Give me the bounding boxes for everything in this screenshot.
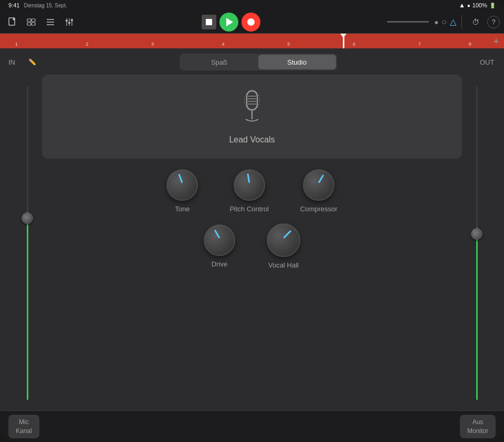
tone-label: Tone <box>175 205 190 213</box>
svg-rect-13 <box>71 19 73 21</box>
battery-icon: 🔋 <box>489 3 496 8</box>
clock-button[interactable]: ⏱ <box>467 14 484 30</box>
tone-knob-container: Tone <box>166 169 198 213</box>
compressor-knob-container: Compressor <box>300 169 338 213</box>
pitch-control-label: Pitch Control <box>229 205 268 213</box>
svg-rect-3 <box>27 23 31 25</box>
timeline-marker-3: 3 <box>151 42 154 47</box>
mic-channel-button[interactable]: MicKanal <box>8 415 39 439</box>
new-song-button[interactable] <box>4 14 21 30</box>
status-bar: 9:41 Dienstag 15. Sept. ▲ ● 100% 🔋 <box>0 0 504 11</box>
vocal-hall-indicator <box>283 230 291 239</box>
timeline-marker-7: 7 <box>418 42 421 47</box>
toolbar-left-group <box>4 14 78 30</box>
timeline-marker-2: 2 <box>86 42 88 47</box>
timeline-marker-4: 4 <box>222 42 224 47</box>
out-slider-thumb[interactable] <box>471 228 482 240</box>
transport-group <box>197 13 265 32</box>
timeline[interactable]: 1 2 3 4 5 6 7 8 + <box>0 34 504 48</box>
battery-text: 100% <box>472 2 487 8</box>
drive-knob[interactable] <box>204 224 235 256</box>
compressor-knob[interactable] <box>303 169 334 201</box>
circle-icon: ○ <box>442 17 447 27</box>
divider <box>461 16 462 28</box>
pitch-control-knob-container: Pitch Control <box>229 169 268 213</box>
svg-rect-12 <box>68 22 70 24</box>
bottom-bar: MicKanal AusMonitor <box>0 410 504 442</box>
svg-rect-2 <box>32 19 35 22</box>
vocal-hall-knob-container: Vocal Hall <box>267 223 300 269</box>
status-date: Dienstag 15. Sept. <box>24 3 67 8</box>
instrument-area: Lead Vocals <box>42 75 462 159</box>
monitor-button[interactable]: AusMonitor <box>460 415 496 439</box>
pitch-control-knob[interactable] <box>234 169 265 201</box>
status-time: 9:41 <box>8 2 19 8</box>
controls-area: Tone Pitch Control Compres <box>0 159 504 280</box>
toolbar: ● ○ △ ⏱ ? <box>0 11 504 34</box>
record-button[interactable] <box>242 13 260 32</box>
main-content: IN ✏️ Spaß Studio OUT <box>0 48 504 442</box>
app-container: ● ○ △ ⏱ ? 1 2 3 4 5 6 7 8 <box>0 11 504 442</box>
signal-icon: ● <box>467 3 470 8</box>
out-slider-container <box>466 86 487 400</box>
pitch-control-indicator <box>247 173 250 183</box>
toolbar-right: ● ○ △ ⏱ ? <box>385 14 500 30</box>
in-slider-container <box>17 86 38 400</box>
tabs-container: Spaß Studio <box>180 54 337 70</box>
in-section: IN ✏️ <box>8 58 36 66</box>
tracks-button[interactable] <box>23 14 40 30</box>
instrument-name: Lead Vocals <box>229 135 275 145</box>
vocal-hall-knob[interactable] <box>267 223 300 257</box>
svg-rect-14 <box>247 91 257 110</box>
in-slider-fill <box>27 212 28 400</box>
section-header: IN ✏️ Spaß Studio OUT <box>0 48 504 75</box>
timeline-marker-6: 6 <box>353 42 355 47</box>
out-slider-track[interactable] <box>476 86 478 400</box>
triangle-icon[interactable]: △ <box>450 17 456 27</box>
svg-rect-4 <box>32 23 35 25</box>
svg-rect-1 <box>27 19 31 22</box>
timeline-marker-8: 8 <box>469 42 471 47</box>
timeline-marker-5: 5 <box>287 42 290 47</box>
wifi-icon: ▲ <box>459 2 465 9</box>
tone-knob[interactable] <box>166 169 198 201</box>
monitor-label: AusMonitor <box>467 418 488 435</box>
vocal-hall-label: Vocal Hall <box>268 261 299 269</box>
ipad-frame: 9:41 Dienstag 15. Sept. ▲ ● 100% 🔋 <box>0 0 504 442</box>
svg-rect-11 <box>66 20 68 22</box>
microphone-icon <box>237 89 267 131</box>
in-slider-thumb[interactable] <box>22 212 33 224</box>
knobs-row-2: Drive Vocal Hall <box>204 223 300 269</box>
list-button[interactable] <box>42 14 59 30</box>
tab-studio[interactable]: Studio <box>258 55 336 69</box>
volume-slider[interactable] <box>387 21 429 23</box>
in-slider-track[interactable] <box>27 86 28 400</box>
drive-indicator <box>214 230 220 239</box>
knobs-row-1: Tone Pitch Control Compres <box>166 169 337 213</box>
add-track-button[interactable]: + <box>490 36 502 47</box>
mix-controls-button[interactable] <box>61 14 78 30</box>
drive-label: Drive <box>212 260 227 268</box>
out-slider-fill <box>476 228 478 400</box>
compressor-indicator <box>318 174 324 183</box>
drive-knob-container: Drive <box>204 224 235 268</box>
compressor-label: Compressor <box>300 205 338 213</box>
in-label: IN <box>8 58 24 66</box>
tab-fun[interactable]: Spaß <box>181 55 258 69</box>
playhead <box>343 34 344 48</box>
tone-indicator <box>178 174 183 183</box>
help-button[interactable]: ? <box>487 16 500 28</box>
play-button[interactable] <box>219 13 238 32</box>
volume-dot-icon: ● <box>434 18 438 26</box>
stop-button[interactable] <box>202 15 216 29</box>
edit-icon: ✏️ <box>28 58 36 66</box>
playhead-arrow <box>340 34 346 38</box>
timeline-marker-1: 1 <box>15 42 18 47</box>
status-right: ▲ ● 100% 🔋 <box>459 2 496 9</box>
status-left: 9:41 Dienstag 15. Sept. <box>8 2 67 8</box>
out-label: OUT <box>480 58 496 66</box>
mic-channel-label: MicKanal <box>16 418 32 435</box>
